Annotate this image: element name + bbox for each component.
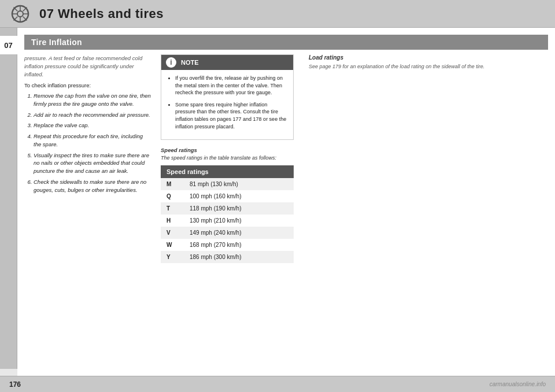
- speed-H: 130 mph (210 km/h): [184, 215, 294, 227]
- note-label: NOTE: [181, 59, 199, 66]
- table-row: H 130 mph (210 km/h): [161, 215, 294, 227]
- table-header: Speed ratings: [161, 165, 294, 178]
- table-row: W 168 mph (270 km/h): [161, 239, 294, 251]
- steps-list: Remove the cap from the valve on one tir…: [24, 92, 151, 194]
- table-row: Y 186 mph (300 km/h): [161, 251, 294, 263]
- speed-Q: 100 mph (160 km/h): [184, 190, 294, 202]
- note-body: If you overfill the tire, release air by…: [161, 70, 293, 139]
- speed-M: 81 mph (130 km/h): [184, 178, 294, 190]
- table-row: V 149 mph (240 km/h): [161, 227, 294, 239]
- step-3: Replace the valve cap.: [34, 121, 151, 130]
- rating-T: T: [161, 202, 184, 215]
- note-header: i NOTE: [161, 55, 293, 70]
- intro-text: pressure. A test feed or false recommend…: [24, 54, 151, 78]
- load-ratings-title: Load ratings: [309, 54, 548, 61]
- page-number: 176: [9, 380, 21, 389]
- step-4: Repeat this procedure for each tire, inc…: [34, 132, 151, 149]
- speed-T: 118 mph (190 km/h): [184, 202, 294, 215]
- svg-point-1: [17, 11, 23, 17]
- middle-column: i NOTE If you overfill the tire, release…: [161, 54, 294, 376]
- section-title: Tire Inflation: [24, 35, 548, 50]
- load-ratings-desc: See page 179 for an explanation of the l…: [309, 63, 548, 71]
- chapter-tab: 07: [0, 28, 17, 369]
- content-area: pressure. A test feed or false recommend…: [17, 54, 555, 376]
- chapter-number: 07: [0, 36, 17, 54]
- note-item-1: If you overfill the tire, release air by…: [175, 75, 287, 97]
- checklist-title: To check inflation pressure:: [24, 82, 151, 90]
- table-body: M 81 mph (130 km/h) Q 100 mph (160 km/h)…: [161, 178, 294, 263]
- step-6: Check the sidewalls to make sure there a…: [34, 178, 151, 194]
- brand-text: carmanualsonline.info: [490, 381, 546, 387]
- page-title: 07 Wheels and tires: [39, 6, 164, 21]
- note-list: If you overfill the tire, release air by…: [167, 75, 287, 130]
- wheel-icon: [9, 3, 31, 25]
- step-2: Add air to reach the recommended air pre…: [34, 111, 151, 119]
- speed-title: Speed ratings: [161, 147, 294, 153]
- table-row: T 118 mph (190 km/h): [161, 202, 294, 215]
- step-1: Remove the cap from the valve on one tir…: [34, 92, 151, 108]
- rating-H: H: [161, 215, 184, 227]
- footer: 176 carmanualsonline.info: [0, 376, 555, 392]
- main-content: Tire Inflation pressure. A test feed or …: [17, 28, 555, 376]
- note-item-2: Some spare tires require higher inflatio…: [175, 101, 287, 130]
- rating-Y: Y: [161, 251, 184, 263]
- speed-description: The speed ratings in the table translate…: [161, 154, 294, 162]
- rating-Q: Q: [161, 190, 184, 202]
- speed-Y: 186 mph (300 km/h): [184, 251, 294, 263]
- rating-W: W: [161, 239, 184, 251]
- note-box: i NOTE If you overfill the tire, release…: [161, 54, 294, 140]
- right-column: Load ratings See page 179 for an explana…: [303, 54, 548, 376]
- info-icon: i: [166, 57, 176, 68]
- step-5: Visually inspect the tires to make sure …: [34, 151, 151, 175]
- table-row: M 81 mph (130 km/h): [161, 178, 294, 190]
- speed-V: 149 mph (240 km/h): [184, 227, 294, 239]
- left-column: pressure. A test feed or false recommend…: [24, 54, 151, 376]
- page-header: 07 Wheels and tires: [0, 0, 555, 28]
- rating-M: M: [161, 178, 184, 190]
- rating-V: V: [161, 227, 184, 239]
- table-row: Q 100 mph (160 km/h): [161, 190, 294, 202]
- speed-ratings-table: Speed ratings M 81 mph (130 km/h) Q 100 …: [161, 165, 294, 263]
- speed-W: 168 mph (270 km/h): [184, 239, 294, 251]
